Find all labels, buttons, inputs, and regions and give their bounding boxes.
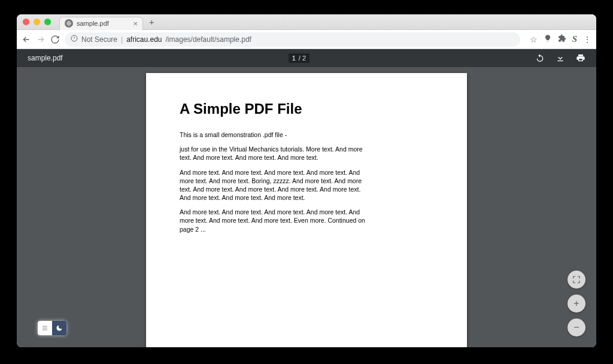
url-path: /images/default/sample.pdf xyxy=(166,35,251,44)
url-domain: africau.edu xyxy=(126,35,162,44)
pdf-viewport[interactable]: A Simple PDF File This is a small demons… xyxy=(17,67,596,347)
address-bar[interactable]: Not Secure | africau.edu/images/default/… xyxy=(65,32,520,47)
separator: | xyxy=(121,35,123,44)
browser-tab[interactable]: sample.pdf × xyxy=(59,17,143,30)
page-total: / 2 xyxy=(299,54,306,62)
back-button[interactable] xyxy=(22,35,31,44)
zoom-controls: + − xyxy=(568,271,585,336)
traffic-lights xyxy=(23,19,51,25)
security-label: Not Secure xyxy=(81,35,117,44)
document-paragraph: This is a small demonstration .pdf file … xyxy=(180,131,371,139)
bookmark-star-button[interactable]: ☆ xyxy=(530,35,538,44)
pdf-toolbar-actions xyxy=(535,53,585,63)
extension-icons: ☆ S ⋮ xyxy=(530,34,591,44)
extension-s-icon[interactable]: S xyxy=(572,34,577,44)
zoom-in-button[interactable]: + xyxy=(568,295,585,313)
maximize-window-button[interactable] xyxy=(44,19,51,25)
light-theme-icon[interactable] xyxy=(38,321,52,335)
fit-page-button[interactable] xyxy=(568,271,585,289)
title-bar: sample.pdf × + xyxy=(17,14,596,30)
extensions-puzzle-icon[interactable] xyxy=(558,34,566,44)
document-paragraph: just for use in the Virtual Mechanics tu… xyxy=(180,145,371,162)
reload-button[interactable] xyxy=(50,35,60,44)
document-title: A Simple PDF File xyxy=(180,101,433,117)
close-window-button[interactable] xyxy=(23,19,29,25)
not-secure-icon xyxy=(71,35,78,44)
globe-icon xyxy=(65,19,73,28)
minimize-window-button[interactable] xyxy=(34,19,40,25)
pdf-toolbar: sample.pdf 1 / 2 xyxy=(17,49,596,67)
document-paragraph: And more text. And more text. And more t… xyxy=(180,168,371,202)
browser-toolbar: Not Secure | africau.edu/images/default/… xyxy=(17,30,596,49)
close-tab-button[interactable]: × xyxy=(133,19,138,28)
theme-toggle[interactable] xyxy=(38,321,66,335)
zoom-out-button[interactable]: − xyxy=(568,318,585,336)
document-paragraph: And more text. And more text. And more t… xyxy=(180,208,371,233)
pdf-page-indicator: 1 / 2 xyxy=(63,53,535,63)
pdf-page: A Simple PDF File This is a small demons… xyxy=(146,73,467,347)
browser-window: sample.pdf × + Not Secure | africau.edu/… xyxy=(17,14,596,347)
rotate-button[interactable] xyxy=(535,53,545,63)
extension-bulb-icon[interactable] xyxy=(544,34,552,44)
pdf-filename: sample.pdf xyxy=(28,54,63,62)
current-page-input[interactable]: 1 xyxy=(292,54,297,62)
new-tab-button[interactable]: + xyxy=(149,17,154,27)
browser-menu-button[interactable]: ⋮ xyxy=(583,35,591,44)
print-button[interactable] xyxy=(576,53,585,63)
page-counter[interactable]: 1 / 2 xyxy=(289,53,309,63)
dark-theme-icon[interactable] xyxy=(52,321,66,335)
tab-title: sample.pdf xyxy=(77,20,129,27)
forward-button[interactable] xyxy=(36,35,45,44)
download-button[interactable] xyxy=(556,53,565,63)
